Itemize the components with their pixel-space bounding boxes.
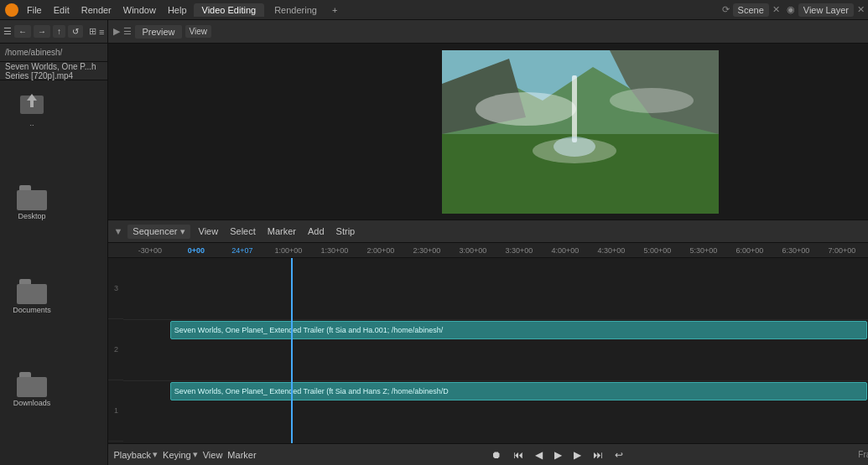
path-text: /home/abinesh/ xyxy=(5,48,62,57)
tab-video-editing[interactable]: Video Editing xyxy=(194,3,265,17)
playback-label: Playback xyxy=(113,450,151,460)
seq-header-icon: ▼ xyxy=(113,226,122,236)
scene-close-icon[interactable]: ✕ xyxy=(772,4,780,15)
desktop-folder-label: Desktop xyxy=(18,212,45,220)
track-numbers: 3 2 1 xyxy=(108,258,123,443)
ruler-mark: 7:00+00 xyxy=(819,246,865,255)
center-area: ▶ ☰ Preview View ✋ 🔍 xyxy=(108,20,868,465)
playhead[interactable] xyxy=(291,258,293,443)
view-toggle-icon[interactable]: ☰ xyxy=(3,26,12,37)
seq-strip[interactable]: Strip xyxy=(333,225,359,238)
ruler-mark: 1:00+00 xyxy=(265,246,311,255)
play-button[interactable]: ▶ xyxy=(551,447,565,462)
track-divider xyxy=(123,319,868,320)
sequencer-dropdown[interactable]: Sequencer ▾ xyxy=(127,225,190,239)
record-button[interactable]: ⏺ xyxy=(488,447,505,462)
svg-point-11 xyxy=(476,92,576,126)
display-list-icon[interactable]: ≡ xyxy=(99,27,104,37)
track-divider xyxy=(123,380,868,381)
top-menubar: File Edit Render Window Help Video Editi… xyxy=(0,0,868,20)
chevron-down-icon: ▾ xyxy=(180,226,185,237)
keying-menu[interactable]: Keying ▾ xyxy=(163,449,198,460)
documents-folder-label: Documents xyxy=(13,306,51,314)
track-number: 2 xyxy=(108,319,123,380)
file-grid: .. Desktop Documents xyxy=(0,80,107,465)
view-toggle: ☰ xyxy=(123,26,132,37)
menu-render[interactable]: Render xyxy=(76,3,117,17)
seq-select[interactable]: Select xyxy=(226,225,259,238)
parent-dir-label: .. xyxy=(29,119,34,127)
loop-button[interactable]: ↩ xyxy=(611,447,626,462)
tab-rendering[interactable]: Rendering xyxy=(266,3,325,17)
sync-icon: ⟳ xyxy=(722,4,730,15)
playback-menu[interactable]: Playback ▾ xyxy=(113,449,158,460)
skip-start-button[interactable]: ⏮ xyxy=(510,447,527,462)
preview-toolbar: ▶ ☰ Preview View ✋ 🔍 xyxy=(108,20,868,44)
add-workspace-button[interactable]: + xyxy=(327,3,342,17)
view-button[interactable]: View xyxy=(185,25,212,38)
ruler-mark: 3:00+00 xyxy=(450,246,496,255)
back-button[interactable]: ← xyxy=(14,25,31,38)
list-item[interactable]: Desktop xyxy=(7,185,57,271)
filename-text: Seven Worlds, One P...h Series [720p].mp… xyxy=(5,62,102,80)
keying-chevron-icon: ▾ xyxy=(193,449,198,460)
ruler-mark: 24+07 xyxy=(219,246,265,255)
list-item[interactable]: .. xyxy=(7,87,57,178)
clip-track-1[interactable]: Seven Worlds, One Planet_ Extended Trail… xyxy=(170,321,867,339)
seq-add[interactable]: Add xyxy=(304,225,328,238)
filename-bar: Seven Worlds, One P...h Series [720p].mp… xyxy=(0,62,107,80)
view-menu[interactable]: View xyxy=(203,450,223,460)
blender-logo-icon[interactable] xyxy=(3,2,20,18)
clip-track-2[interactable]: Seven Worlds, One Planet_ Extended Trail… xyxy=(170,382,867,400)
ruler-mark: 4:30+00 xyxy=(588,246,634,255)
sequencer-toolbar: ▼ Sequencer ▾ View Select Marker Add Str… xyxy=(108,220,868,243)
up-dir-button[interactable]: ↑ xyxy=(53,25,65,38)
skip-end-button[interactable]: ⏭ xyxy=(590,447,606,462)
display-icon[interactable]: ⊞ xyxy=(89,26,96,37)
preview-image xyxy=(442,50,719,214)
preview-header-icon: ▶ xyxy=(113,26,120,37)
ruler-mark: 3:30+00 xyxy=(496,246,542,255)
seq-view[interactable]: View xyxy=(195,225,222,238)
list-item[interactable]: Downloads xyxy=(7,372,57,458)
file-browser-panel: ☰ ← → ↑ ↺ ⊞ ≡ /home/abinesh/ Seven World… xyxy=(0,20,108,465)
keying-label: Keying xyxy=(163,450,191,460)
svg-rect-2 xyxy=(30,101,34,107)
view-layer-close-icon[interactable]: ✕ xyxy=(857,4,865,15)
ruler-mark: 2:30+00 xyxy=(403,246,450,255)
path-bar[interactable]: /home/abinesh/ xyxy=(0,44,107,62)
reload-button[interactable]: ↺ xyxy=(68,25,83,38)
seq-marker[interactable]: Marker xyxy=(264,225,299,238)
ruler-mark: 6:30+00 xyxy=(772,246,819,255)
step-back-button[interactable]: ◀ xyxy=(532,447,546,462)
track-number: 3 xyxy=(108,258,123,319)
step-forward-button[interactable]: ▶ xyxy=(570,447,585,462)
ruler-mark: 5:00+00 xyxy=(634,246,680,255)
tracks-container: Seven Worlds, One Planet_ Extended Trail… xyxy=(123,258,868,443)
top-right-controls: ⟳ Scene ✕ ◉ View Layer ✕ xyxy=(722,3,865,17)
svg-point-12 xyxy=(610,88,694,113)
ruler-mark: 7:30+00 xyxy=(865,246,868,255)
parent-dir-icon xyxy=(17,87,47,117)
preview-label: Preview xyxy=(135,25,181,39)
svg-point-10 xyxy=(533,138,616,163)
sequencer-label: Sequencer xyxy=(133,226,177,236)
clip-label: Seven Worlds, One Planet_ Extended Trail… xyxy=(174,326,444,334)
scene-selector[interactable]: Scene xyxy=(733,3,769,17)
ruler-mark: 0+00 xyxy=(173,246,219,255)
ruler-mark: 2:00+00 xyxy=(357,246,403,255)
ruler-mark: 6:00+00 xyxy=(726,246,772,255)
menu-help[interactable]: Help xyxy=(163,3,192,17)
ruler-mark: 5:30+00 xyxy=(680,246,726,255)
menu-file[interactable]: File xyxy=(22,3,47,17)
track-number: 1 xyxy=(108,380,123,442)
ruler-mark: 4:00+00 xyxy=(542,246,588,255)
view-layer-selector[interactable]: View Layer xyxy=(798,3,854,17)
menu-edit[interactable]: Edit xyxy=(49,3,75,17)
ruler-content: -30+00 0+00 24+07 1:00+00 1:30+00 2:00+0… xyxy=(127,246,868,255)
forward-button[interactable]: → xyxy=(34,25,50,38)
list-item[interactable]: Documents xyxy=(7,279,57,365)
marker-menu[interactable]: Marker xyxy=(227,450,256,460)
ruler-mark: 1:30+00 xyxy=(311,246,357,255)
menu-window[interactable]: Window xyxy=(118,3,161,17)
